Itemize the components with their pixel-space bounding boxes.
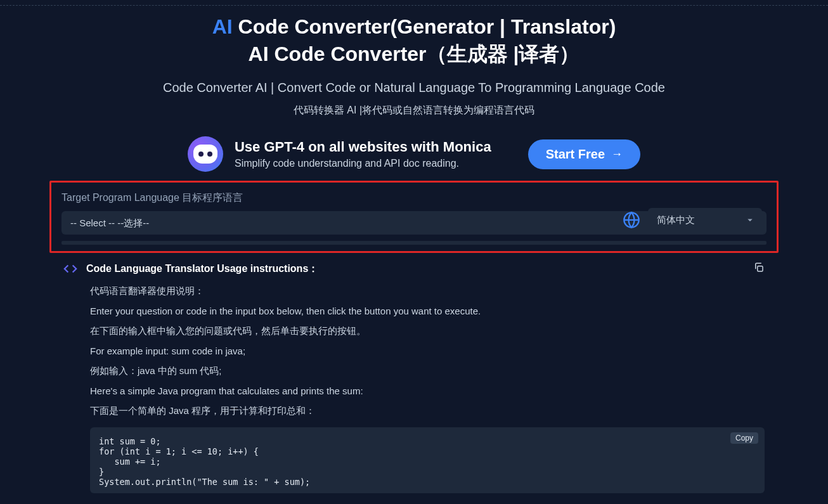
title-ai: AI bbox=[212, 15, 233, 38]
input-bar[interactable] bbox=[61, 241, 767, 245]
instr-line: 代码语言翻译器使用说明： bbox=[90, 281, 765, 301]
promo-text: Use GPT-4 on all websites with Monica Si… bbox=[235, 139, 491, 169]
instructions-title: Code Language Translator Usage instructi… bbox=[86, 262, 318, 276]
start-free-label: Start Free bbox=[546, 147, 605, 162]
copy-code-button[interactable]: Copy bbox=[730, 432, 758, 444]
start-free-button[interactable]: Start Free → bbox=[528, 139, 640, 169]
svg-rect-1 bbox=[758, 266, 763, 271]
promo-headline: Use GPT-4 on all websites with Monica bbox=[235, 139, 491, 155]
monica-logo-icon bbox=[188, 136, 223, 172]
page-title: AI Code Converter(Generator | Translator… bbox=[0, 13, 828, 68]
instr-line: 例如输入：java 中的 sum 代码; bbox=[90, 361, 765, 381]
title-line2: AI Code Converter（生成器 |译者） bbox=[249, 42, 580, 65]
hero-section: AI Code Converter(Generator | Translator… bbox=[0, 6, 828, 117]
subtitle-en: Code Converter AI | Convert Code or Natu… bbox=[0, 81, 828, 95]
instr-line: 下面是一个简单的 Java 程序，用于计算和打印总和： bbox=[90, 401, 765, 421]
title-rest-1: Code Converter(Generator | Translator) bbox=[233, 15, 616, 38]
instr-line: For example input: sum code in java; bbox=[90, 341, 765, 361]
code-example: Copyint sum = 0; for (int i = 1; i <= 10… bbox=[90, 427, 765, 493]
ui-language-select[interactable]: 简体中文 bbox=[648, 208, 762, 231]
target-language-label: Target Program Language 目标程序语言 bbox=[61, 191, 767, 205]
subtitle-zh: 代码转换器 AI |将代码或自然语言转换为编程语言代码 bbox=[0, 104, 828, 117]
globe-icon bbox=[623, 211, 640, 229]
code-text: int sum = 0; for (int i = 1; i <= 10; i+… bbox=[99, 436, 310, 487]
arrow-right-icon: → bbox=[611, 148, 623, 161]
instr-line: Enter your question or code in the input… bbox=[90, 301, 765, 321]
instr-line: 在下面的输入框中输入您的问题或代码，然后单击要执行的按钮。 bbox=[90, 321, 765, 341]
ui-language-row: 简体中文 bbox=[623, 208, 762, 231]
instr-line: Here's a simple Java program that calcul… bbox=[90, 381, 765, 401]
promo-bar: Use GPT-4 on all websites with Monica Si… bbox=[0, 136, 828, 172]
copy-icon[interactable] bbox=[753, 262, 765, 273]
instructions-body: 代码语言翻译器使用说明： Enter your question or code… bbox=[90, 281, 765, 421]
instructions-header: Code Language Translator Usage instructi… bbox=[63, 262, 765, 276]
code-icon bbox=[63, 262, 77, 276]
instructions-section: Code Language Translator Usage instructi… bbox=[63, 262, 765, 493]
promo-subline: Simplify code understanding and API doc … bbox=[235, 158, 491, 169]
